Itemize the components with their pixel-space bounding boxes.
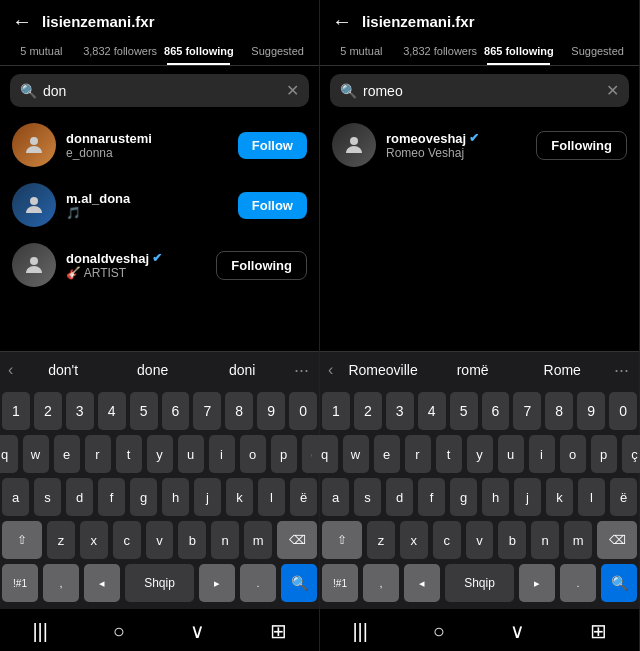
tab-mutual-left[interactable]: 5 mutual [2, 39, 81, 65]
rkey-u[interactable]: u [498, 435, 524, 473]
rshift-key[interactable]: ⇧ [322, 521, 362, 559]
rcomma-key[interactable]: , [363, 564, 399, 602]
tab-following-right[interactable]: 865 following [480, 39, 559, 65]
shift-key[interactable]: ⇧ [2, 521, 42, 559]
rkey-5[interactable]: 5 [450, 392, 478, 430]
suggestion-3[interactable]: doni [198, 358, 286, 382]
rkey-p[interactable]: p [591, 435, 617, 473]
left-search-input[interactable]: don [43, 83, 280, 99]
rlang-prev-key[interactable]: ◂ [404, 564, 440, 602]
key-6[interactable]: 6 [162, 392, 190, 430]
rkey-r[interactable]: r [405, 435, 431, 473]
rkey-t[interactable]: t [436, 435, 462, 473]
rlang-next-key[interactable]: ▸ [519, 564, 555, 602]
rhome-icon[interactable]: ○ [417, 616, 461, 647]
rkey-m[interactable]: m [564, 521, 592, 559]
rkey-v[interactable]: v [466, 521, 494, 559]
tab-following-left[interactable]: 865 following [160, 39, 239, 65]
rkey-0[interactable]: 0 [609, 392, 637, 430]
lang-prev-key[interactable]: ◂ [84, 564, 120, 602]
right-back-button[interactable]: ← [332, 10, 352, 33]
key-5[interactable]: 5 [130, 392, 158, 430]
key-p[interactable]: p [271, 435, 297, 473]
follow-button-mal-dona[interactable]: Follow [238, 192, 307, 219]
key-3[interactable]: 3 [66, 392, 94, 430]
rback-icon[interactable]: ∨ [494, 615, 541, 647]
key-u[interactable]: u [178, 435, 204, 473]
rkey-b[interactable]: b [498, 521, 526, 559]
key-n[interactable]: n [211, 521, 239, 559]
tab-followers-left[interactable]: 3,832 followers [81, 39, 160, 65]
right-search-input[interactable]: romeo [363, 83, 600, 99]
key-z[interactable]: z [47, 521, 75, 559]
rkey-f[interactable]: f [418, 478, 445, 516]
key-x[interactable]: x [80, 521, 108, 559]
key-4[interactable]: 4 [98, 392, 126, 430]
key-7[interactable]: 7 [193, 392, 221, 430]
key-k[interactable]: k [226, 478, 253, 516]
rkey-s[interactable]: s [354, 478, 381, 516]
symbols-key[interactable]: !#1 [2, 564, 38, 602]
rkey-2[interactable]: 2 [354, 392, 382, 430]
key-f[interactable]: f [98, 478, 125, 516]
rkey-3[interactable]: 3 [386, 392, 414, 430]
key-0[interactable]: 0 [289, 392, 317, 430]
key-h[interactable]: h [162, 478, 189, 516]
rsearch-key[interactable]: 🔍 [601, 564, 637, 602]
key-r[interactable]: r [85, 435, 111, 473]
rbackspace-key[interactable]: ⌫ [597, 521, 637, 559]
following-button-romeo[interactable]: Following [536, 131, 627, 160]
key-i[interactable]: i [209, 435, 235, 473]
left-back-button[interactable]: ← [12, 10, 32, 33]
key-s[interactable]: s [34, 478, 61, 516]
rkey-a[interactable]: a [322, 478, 349, 516]
rspace-key[interactable]: Shqip [445, 564, 514, 602]
rkey-i[interactable]: i [529, 435, 555, 473]
rkey-c[interactable]: c [433, 521, 461, 559]
key-d[interactable]: d [66, 478, 93, 516]
rkey-e[interactable]: e [374, 435, 400, 473]
rkey-y[interactable]: y [467, 435, 493, 473]
key-m[interactable]: m [244, 521, 272, 559]
rkey-6[interactable]: 6 [482, 392, 510, 430]
key-t[interactable]: t [116, 435, 142, 473]
rkey-d[interactable]: d [386, 478, 413, 516]
key-j[interactable]: j [194, 478, 221, 516]
rrecents-icon[interactable]: ⊞ [574, 615, 623, 647]
comma-key[interactable]: , [43, 564, 79, 602]
key-1[interactable]: 1 [2, 392, 30, 430]
left-clear-icon[interactable]: ✕ [286, 81, 299, 100]
suggestion-2[interactable]: done [109, 358, 197, 382]
key-v[interactable]: v [146, 521, 174, 559]
key-2[interactable]: 2 [34, 392, 62, 430]
key-q[interactable]: q [0, 435, 18, 473]
key-w[interactable]: w [23, 435, 49, 473]
suggestion-1[interactable]: don't [19, 358, 107, 382]
recents-icon[interactable]: ⊞ [254, 615, 303, 647]
nav-menu-icon[interactable]: ||| [16, 616, 64, 647]
chevron-left-icon-right[interactable]: ‹ [324, 361, 337, 379]
rkey-h[interactable]: h [482, 478, 509, 516]
chevron-left-icon[interactable]: ‹ [4, 361, 17, 379]
back-icon[interactable]: ∨ [174, 615, 221, 647]
key-c[interactable]: c [113, 521, 141, 559]
rkey-j[interactable]: j [514, 478, 541, 516]
rkey-z[interactable]: z [367, 521, 395, 559]
rkey-w[interactable]: w [343, 435, 369, 473]
suggestion-r1[interactable]: Romeoville [339, 358, 427, 382]
follow-button-donna[interactable]: Follow [238, 132, 307, 159]
rsymbols-key[interactable]: !#1 [322, 564, 358, 602]
rkey-x[interactable]: x [400, 521, 428, 559]
right-clear-icon[interactable]: ✕ [606, 81, 619, 100]
rkey-1[interactable]: 1 [322, 392, 350, 430]
tab-followers-right[interactable]: 3,832 followers [401, 39, 480, 65]
rkey-o[interactable]: o [560, 435, 586, 473]
rkey-8[interactable]: 8 [545, 392, 573, 430]
key-o[interactable]: o [240, 435, 266, 473]
rkey-l[interactable]: l [578, 478, 605, 516]
key-g[interactable]: g [130, 478, 157, 516]
more-suggestions-icon[interactable]: ··· [288, 360, 315, 381]
following-button-donald[interactable]: Following [216, 251, 307, 280]
rkey-q[interactable]: q [312, 435, 338, 473]
search-key[interactable]: 🔍 [281, 564, 317, 602]
